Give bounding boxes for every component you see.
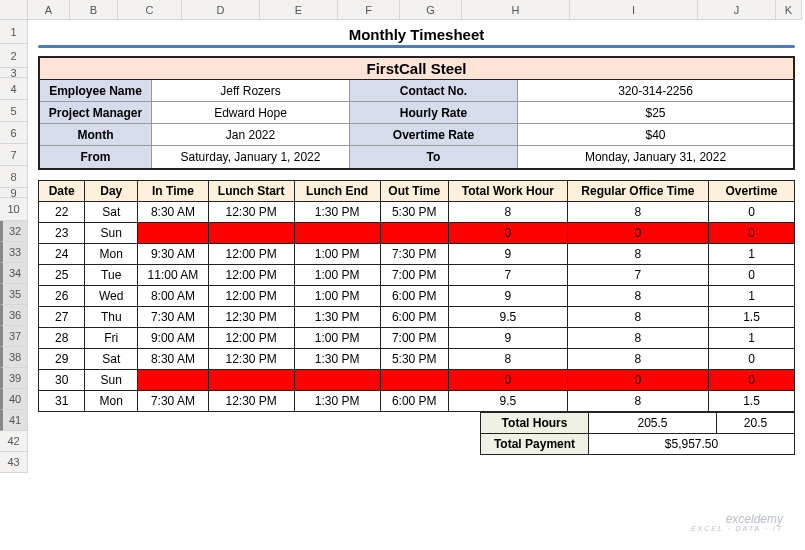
row-header-41[interactable]: 41 (0, 410, 28, 431)
cell-day[interactable]: Sat (85, 202, 138, 223)
cell-day[interactable]: Tue (85, 265, 138, 286)
row-header-43[interactable]: 43 (0, 452, 28, 473)
row-header-10[interactable]: 10 (0, 198, 28, 221)
cell-day[interactable]: Sun (85, 223, 138, 244)
cell-rot[interactable]: 8 (567, 244, 708, 265)
cell-twh[interactable]: 9 (448, 328, 567, 349)
cell-date[interactable]: 31 (39, 391, 85, 412)
cell-in[interactable]: 9:30 AM (138, 244, 209, 265)
cell-rot[interactable]: 0 (567, 223, 708, 244)
cell-le[interactable]: 1:30 PM (294, 349, 380, 370)
cell-twh[interactable]: 7 (448, 265, 567, 286)
cell-out[interactable]: 6:00 PM (380, 286, 448, 307)
month-value[interactable]: Jan 2022 (152, 124, 350, 146)
row-header-3[interactable]: 3 (0, 68, 28, 78)
cell-rot[interactable]: 8 (567, 391, 708, 412)
cell-ls[interactable]: 12:00 PM (208, 328, 294, 349)
cell-rot[interactable]: 8 (567, 307, 708, 328)
row-header-33[interactable]: 33 (0, 242, 28, 263)
total-reg-hours[interactable]: 205.5 (589, 413, 717, 434)
row-header-37[interactable]: 37 (0, 326, 28, 347)
cell-out[interactable]: 5:30 PM (380, 202, 448, 223)
cell-date[interactable]: 28 (39, 328, 85, 349)
col-header-B[interactable]: B (70, 0, 118, 20)
cell-rot[interactable]: 8 (567, 328, 708, 349)
cell-ls[interactable]: 12:30 PM (208, 307, 294, 328)
cell-day[interactable]: Fri (85, 328, 138, 349)
from-value[interactable]: Saturday, January 1, 2022 (152, 146, 350, 168)
cell-out[interactable]: 7:00 PM (380, 328, 448, 349)
cell-day[interactable]: Wed (85, 286, 138, 307)
cell-le[interactable]: 1:00 PM (294, 244, 380, 265)
cell-date[interactable]: 26 (39, 286, 85, 307)
contact-value[interactable]: 320-314-2256 (518, 80, 793, 102)
employee-name-value[interactable]: Jeff Rozers (152, 80, 350, 102)
col-header-G[interactable]: G (400, 0, 462, 20)
row-header-35[interactable]: 35 (0, 284, 28, 305)
col-day[interactable]: Day (85, 181, 138, 202)
row-header-42[interactable]: 42 (0, 431, 28, 452)
col-lunch-end[interactable]: Lunch End (294, 181, 380, 202)
cell-date[interactable]: 23 (39, 223, 85, 244)
row-header-5[interactable]: 5 (0, 100, 28, 122)
cell-ls[interactable] (208, 223, 294, 244)
total-ot-hours[interactable]: 20.5 (717, 413, 795, 434)
cell-day[interactable]: Thu (85, 307, 138, 328)
cell-out[interactable]: 7:30 PM (380, 244, 448, 265)
row-header-39[interactable]: 39 (0, 368, 28, 389)
row-header-36[interactable]: 36 (0, 305, 28, 326)
cell-date[interactable]: 30 (39, 370, 85, 391)
row-header-7[interactable]: 7 (0, 144, 28, 166)
cell-twh[interactable]: 0 (448, 370, 567, 391)
cell-out[interactable]: 7:00 PM (380, 265, 448, 286)
col-header-A[interactable]: A (28, 0, 70, 20)
cell-ls[interactable] (208, 370, 294, 391)
cell-date[interactable]: 27 (39, 307, 85, 328)
col-header-J[interactable]: J (698, 0, 776, 20)
cell-ot[interactable]: 1 (708, 286, 794, 307)
cell-rot[interactable]: 0 (567, 370, 708, 391)
row-header-32[interactable]: 32 (0, 221, 28, 242)
cell-day[interactable]: Mon (85, 391, 138, 412)
row-header-4[interactable]: 4 (0, 78, 28, 100)
col-header-E[interactable]: E (260, 0, 338, 20)
cell-ls[interactable]: 12:00 PM (208, 265, 294, 286)
cell-ls[interactable]: 12:00 PM (208, 244, 294, 265)
cell-in[interactable] (138, 370, 209, 391)
cell-in[interactable]: 7:30 AM (138, 307, 209, 328)
cell-out[interactable] (380, 370, 448, 391)
cell-date[interactable]: 29 (39, 349, 85, 370)
cell-in[interactable]: 8:30 AM (138, 349, 209, 370)
col-lunch-start[interactable]: Lunch Start (208, 181, 294, 202)
cell-ls[interactable]: 12:30 PM (208, 391, 294, 412)
col-header-I[interactable]: I (570, 0, 698, 20)
cell-out[interactable]: 5:30 PM (380, 349, 448, 370)
cell-in[interactable] (138, 223, 209, 244)
cell-rot[interactable]: 7 (567, 265, 708, 286)
cell-in[interactable]: 7:30 AM (138, 391, 209, 412)
row-header-40[interactable]: 40 (0, 389, 28, 410)
row-header-2[interactable]: 2 (0, 44, 28, 68)
cell-ot[interactable]: 1.5 (708, 391, 794, 412)
cell-le[interactable]: 1:00 PM (294, 328, 380, 349)
cell-rot[interactable]: 8 (567, 349, 708, 370)
row-header-8[interactable]: 8 (0, 166, 28, 188)
col-overtime[interactable]: Overtime (708, 181, 794, 202)
row-header-38[interactable]: 38 (0, 347, 28, 368)
cell-ot[interactable]: 0 (708, 223, 794, 244)
cell-twh[interactable]: 9 (448, 286, 567, 307)
cell-in[interactable]: 9:00 AM (138, 328, 209, 349)
col-header-H[interactable]: H (462, 0, 570, 20)
cell-ot[interactable]: 0 (708, 349, 794, 370)
cell-ot[interactable]: 1 (708, 328, 794, 349)
cell-rot[interactable]: 8 (567, 286, 708, 307)
col-header-D[interactable]: D (182, 0, 260, 20)
cell-out[interactable]: 6:00 PM (380, 391, 448, 412)
row-header-34[interactable]: 34 (0, 263, 28, 284)
col-out-time[interactable]: Out Time (380, 181, 448, 202)
cell-twh[interactable]: 8 (448, 349, 567, 370)
cell-day[interactable]: Mon (85, 244, 138, 265)
cell-out[interactable] (380, 223, 448, 244)
cell-date[interactable]: 24 (39, 244, 85, 265)
cell-in[interactable]: 11:00 AM (138, 265, 209, 286)
